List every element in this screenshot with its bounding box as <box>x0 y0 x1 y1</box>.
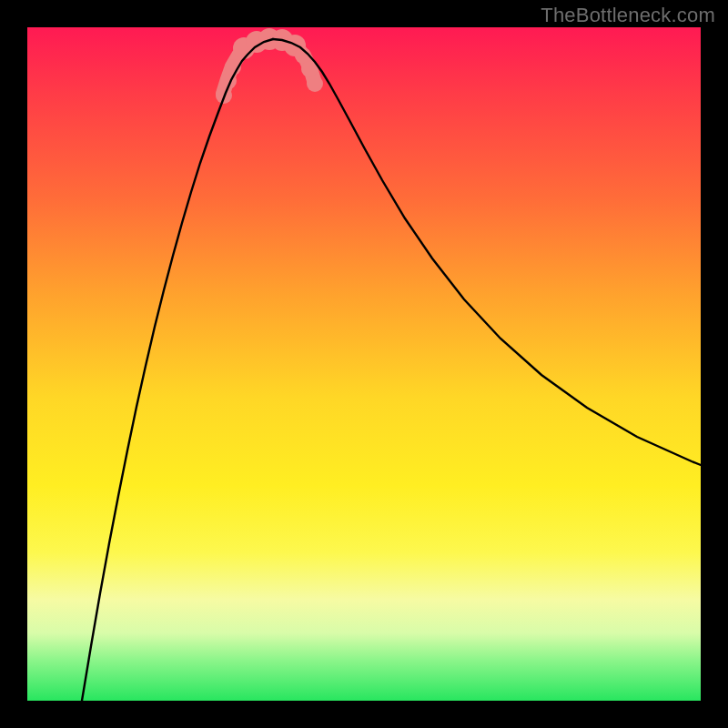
chart-svg <box>27 27 701 701</box>
watermark-text: TheBottleneck.com <box>541 4 715 27</box>
chart-frame: TheBottleneck.com <box>0 0 728 728</box>
plot-area <box>27 27 701 701</box>
curve-left <box>82 39 273 701</box>
curve-right <box>273 39 701 465</box>
basin-marker-dot <box>307 76 323 92</box>
